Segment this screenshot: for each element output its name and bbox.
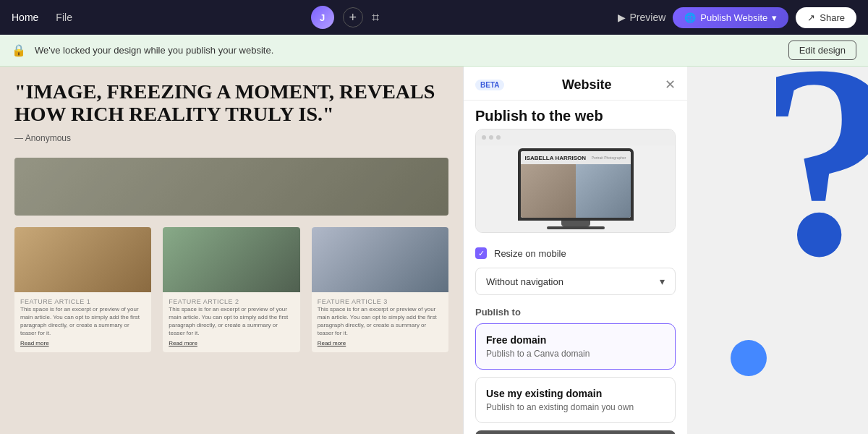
feature-desc-1: This space is for an excerpt or preview …	[20, 305, 145, 338]
read-more-1[interactable]: Read more	[20, 340, 145, 346]
browser-dot-red	[482, 135, 486, 140]
right-decoration: ?	[687, 67, 868, 434]
right-panel: BETA Website ✕ Publish to the web ISABEL…	[463, 67, 687, 434]
nav-right: ▶ Preview 🌐 Publish Website ▾ ↗ Share	[618, 7, 856, 28]
feature-grid: FEATURE ARTICLE 1 This space is for an e…	[0, 227, 463, 353]
navigation-dropdown-value: Without navigation	[486, 276, 563, 287]
navigation-dropdown[interactable]: Without navigation ▾	[475, 268, 676, 295]
feature-desc-2: This space is for an excerpt or preview …	[169, 305, 294, 338]
feature-label-3: FEATURE ARTICLE 3	[318, 298, 443, 305]
checkmark-icon: ✓	[478, 249, 485, 258]
read-more-3[interactable]: Read more	[318, 340, 443, 346]
share-button[interactable]: ↗ Share	[796, 7, 856, 28]
nav-center: J + ⌗	[311, 6, 379, 29]
preview-name: ISABELLA HARRISON	[525, 155, 587, 161]
panel-tab-label: Website	[562, 77, 612, 93]
preview-screen-body	[521, 164, 631, 218]
share-icon: ↗	[807, 12, 815, 23]
feature-desc-3: This space is for an excerpt or preview …	[318, 305, 443, 338]
browser-bar	[476, 129, 675, 145]
list-item: FEATURE ARTICLE 3 This space is for an e…	[312, 227, 448, 353]
list-item: FEATURE ARTICLE 1 This space is for an e…	[14, 227, 151, 353]
lock-bar: 🔒 We've locked your design while you pub…	[0, 35, 868, 67]
free-domain-description: Publish to a Canva domain	[486, 349, 665, 359]
existing-domain-title: Use my existing domain	[486, 388, 665, 399]
preview-subtitle: Portrait Photographer	[592, 156, 626, 160]
nav-home[interactable]: Home	[12, 12, 38, 23]
preview-button[interactable]: ▶ Preview	[618, 12, 666, 23]
question-mark-decoration: ?	[760, 67, 868, 298]
browser-dot-yellow	[489, 135, 493, 140]
close-panel-button[interactable]: ✕	[665, 77, 676, 93]
feature-label-1: FEATURE ARTICLE 1	[20, 298, 145, 305]
add-collaborator-button[interactable]: +	[343, 7, 363, 27]
website-preview: ISABELLA HARRISON Portrait Photographer	[475, 129, 676, 233]
read-more-2[interactable]: Read more	[169, 340, 294, 346]
feature-image-2	[163, 227, 299, 292]
laptop-base	[547, 226, 605, 229]
publish-panel-title: Publish to the web	[464, 101, 687, 129]
free-domain-title: Free domain	[486, 334, 665, 346]
globe-icon: 🌐	[684, 12, 696, 23]
avatar: J	[311, 6, 334, 29]
preview-screen-header: ISABELLA HARRISON Portrait Photographer	[521, 151, 631, 164]
feature-image-1	[14, 227, 151, 292]
get-started-button[interactable]: Get started	[475, 430, 676, 434]
chevron-down-icon: ▾	[660, 276, 665, 287]
publish-to-label: Publish to	[464, 304, 687, 323]
chevron-down-icon: ▾	[772, 12, 777, 23]
list-item: FEATURE ARTICLE 2 This space is for an e…	[163, 227, 299, 353]
publish-website-button[interactable]: 🌐 Publish Website ▾	[673, 7, 788, 28]
free-domain-card[interactable]: Free domain Publish to a Canva domain	[475, 323, 676, 370]
blue-circle-decoration	[731, 340, 767, 376]
preview-content: ISABELLA HARRISON Portrait Photographer	[476, 145, 675, 232]
lock-icon: 🔒	[12, 43, 26, 57]
preview-laptop: ISABELLA HARRISON Portrait Photographer	[518, 148, 634, 221]
preview-screen-image-1	[521, 164, 576, 218]
browser-dot-green	[496, 135, 501, 140]
preview-screen-image-2	[576, 164, 631, 218]
quote-author: — Anonymous	[14, 133, 448, 143]
edit-design-button[interactable]: Edit design	[788, 41, 856, 60]
feature-label-2: FEATURE ARTICLE 2	[169, 298, 294, 305]
main-layout: "IMAGE, FREEZING A MOMENT, REVEALS HOW R…	[0, 67, 868, 434]
existing-domain-description: Publish to an existing domain you own	[486, 402, 665, 412]
quote-text: "IMAGE, FREEZING A MOMENT, REVEALS HOW R…	[14, 81, 448, 126]
quote-block: "IMAGE, FREEZING A MOMENT, REVEALS HOW R…	[0, 67, 463, 158]
lock-message: We've locked your design while you publi…	[35, 45, 780, 56]
play-icon: ▶	[618, 12, 626, 23]
stats-icon[interactable]: ⌗	[372, 10, 379, 25]
content-area: "IMAGE, FREEZING A MOMENT, REVEALS HOW R…	[0, 67, 463, 434]
resize-mobile-checkbox[interactable]: ✓	[475, 247, 487, 259]
beta-badge: BETA	[475, 80, 504, 90]
resize-mobile-row: ✓ Resize on mobile	[464, 242, 687, 265]
panel-header: BETA Website ✕	[464, 67, 687, 101]
existing-domain-card[interactable]: Use my existing domain Publish to an exi…	[475, 377, 676, 423]
preview-screen: ISABELLA HARRISON Portrait Photographer	[521, 151, 631, 218]
resize-mobile-label: Resize on mobile	[494, 248, 566, 259]
laptop-stand	[561, 221, 590, 226]
nav-file[interactable]: File	[56, 12, 72, 23]
feature-image-3	[312, 227, 448, 292]
top-navigation: Home File J + ⌗ ▶ Preview 🌐 Publish Webs…	[0, 0, 868, 35]
